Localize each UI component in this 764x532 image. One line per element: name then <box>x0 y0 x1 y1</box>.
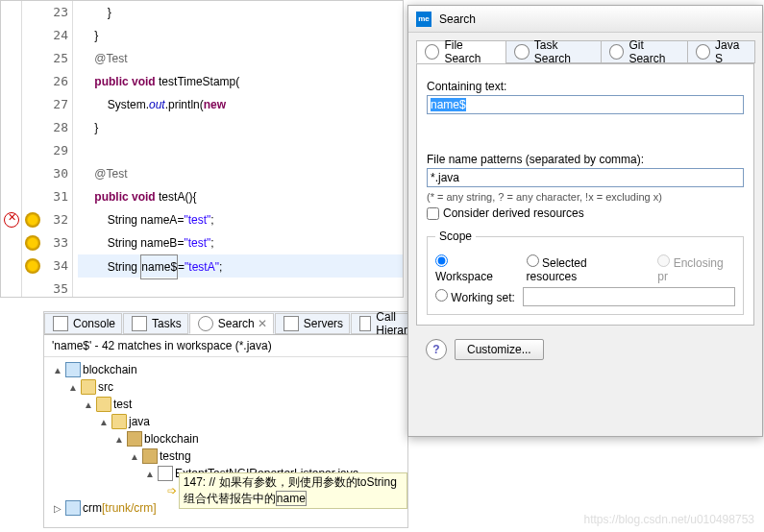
line-number-gutter: 23242526272829303132333435 <box>46 1 73 297</box>
marker-gutter-a: ✕ <box>1 1 22 297</box>
scope-workspace[interactable]: Workspace <box>435 254 507 283</box>
console-icon <box>53 316 68 331</box>
scope-fieldset: Scope Workspace Selected resources Enclo… <box>427 230 744 315</box>
search-dialog: me Search File SearchTask SearchGit Sear… <box>407 5 763 437</box>
search-tab-java-s[interactable]: Java S <box>687 40 755 63</box>
containing-text-label: Containing text: <box>427 80 744 93</box>
search-type-tabs: File SearchTask SearchGit SearchJava S <box>416 40 754 64</box>
project-icon <box>65 500 81 516</box>
dialog-titlebar[interactable]: me Search <box>408 6 762 33</box>
pkg-icon <box>127 431 142 447</box>
close-icon[interactable]: ✕ <box>258 317 267 330</box>
file-patterns-input[interactable] <box>427 168 744 187</box>
marker-gutter-b <box>22 1 46 297</box>
tree-node[interactable]: ▲blockchain <box>44 430 407 447</box>
search-icon <box>198 316 213 331</box>
scope-working-set[interactable]: Working set: <box>435 289 515 304</box>
search-icon <box>696 44 710 60</box>
consider-derived-checkbox[interactable] <box>427 207 439 220</box>
folder-icon <box>96 397 111 412</box>
code-body[interactable]: } } @Test public void testTimeStamp( Sys… <box>78 1 403 297</box>
view-tab-servers[interactable]: Servers <box>275 313 350 334</box>
tree-node[interactable]: ▲java <box>44 413 407 430</box>
tasks-icon <box>132 316 147 331</box>
search-result-summary: 'name$' - 42 matches in workspace (*.jav… <box>44 335 407 357</box>
jfile-icon <box>158 466 173 481</box>
servers-icon <box>283 316 299 331</box>
customize-button[interactable]: Customize... <box>455 339 544 360</box>
app-icon: me <box>416 12 431 27</box>
containing-text-input[interactable]: name$ <box>427 95 744 114</box>
working-set-input[interactable] <box>523 287 735 306</box>
search-tab-git-search[interactable]: Git Search <box>601 40 688 63</box>
scope-selected[interactable]: Selected resources <box>527 254 639 283</box>
tree-node[interactable]: ▲src <box>44 378 407 396</box>
code-editor[interactable]: ✕ 23242526272829303132333435 } } @Test p… <box>0 0 404 298</box>
search-icon <box>609 44 624 60</box>
view-tab-tasks[interactable]: Tasks <box>123 313 188 334</box>
bottom-panel: ConsoleTasksSearch ✕ServersCall Hierarch… <box>43 311 408 528</box>
dialog-title: Search <box>439 12 476 26</box>
proj-icon <box>65 362 81 377</box>
search-icon <box>514 44 529 60</box>
watermark: https://blog.csdn.net/u010498753 <box>584 513 754 526</box>
search-results-tree[interactable]: ▲blockchain▲src▲test▲java▲blockchain▲tes… <box>44 357 407 520</box>
search-tab-file-search[interactable]: File Search <box>416 40 506 63</box>
search-tab-task-search[interactable]: Task Search <box>505 40 602 63</box>
view-tabs: ConsoleTasksSearch ✕ServersCall Hierarch… <box>44 312 407 335</box>
srcfolder-icon <box>81 379 96 395</box>
tree-node[interactable]: ▲blockchain <box>44 361 407 378</box>
scope-legend: Scope <box>435 230 476 243</box>
wildcards-hint: (* = any string, ? = any character, !x =… <box>427 191 744 203</box>
file-patterns-label: File name patterns (separated by comma): <box>427 153 744 166</box>
view-tab-console[interactable]: Console <box>44 313 122 334</box>
tree-node[interactable]: ➩ 147: // 如果有参数，则使用参数的toString组合代替报告中的na… <box>44 482 407 499</box>
hierarchy-icon <box>359 316 371 331</box>
search-icon <box>425 44 439 60</box>
pkg-icon <box>142 448 158 464</box>
scope-enclosing[interactable]: Enclosing pr <box>657 254 735 283</box>
match-arrow-icon: ➩ <box>167 484 177 497</box>
tree-node[interactable]: ▲testng <box>44 447 407 465</box>
help-button[interactable]: ? <box>426 339 447 360</box>
tree-node[interactable]: ▲test <box>44 396 407 413</box>
folder-icon <box>111 414 127 429</box>
view-tab-search[interactable]: Search ✕ <box>189 313 274 334</box>
consider-derived-label: Consider derived resources <box>443 206 584 220</box>
